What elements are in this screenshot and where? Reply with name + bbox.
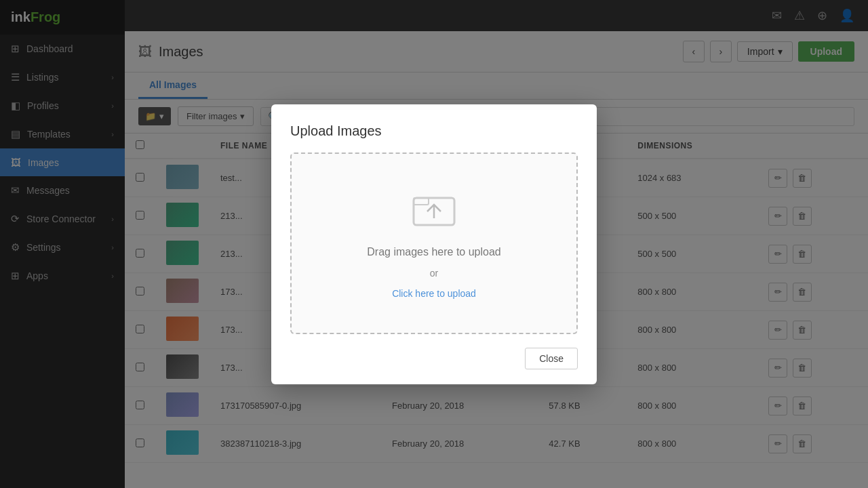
- close-button[interactable]: Close: [525, 348, 578, 369]
- modal-title: Upload Images: [290, 123, 578, 139]
- drop-zone[interactable]: Drag images here to upload or Click here…: [290, 152, 578, 334]
- drop-icon: [410, 188, 458, 237]
- drop-or: or: [430, 268, 438, 279]
- modal-footer: Close: [290, 348, 578, 369]
- upload-modal: Upload Images Drag images here to upload…: [271, 104, 597, 384]
- click-to-upload-link[interactable]: Click here to upload: [392, 288, 476, 299]
- modal-overlay: Upload Images Drag images here to upload…: [0, 0, 868, 488]
- drop-text: Drag images here to upload: [367, 246, 500, 258]
